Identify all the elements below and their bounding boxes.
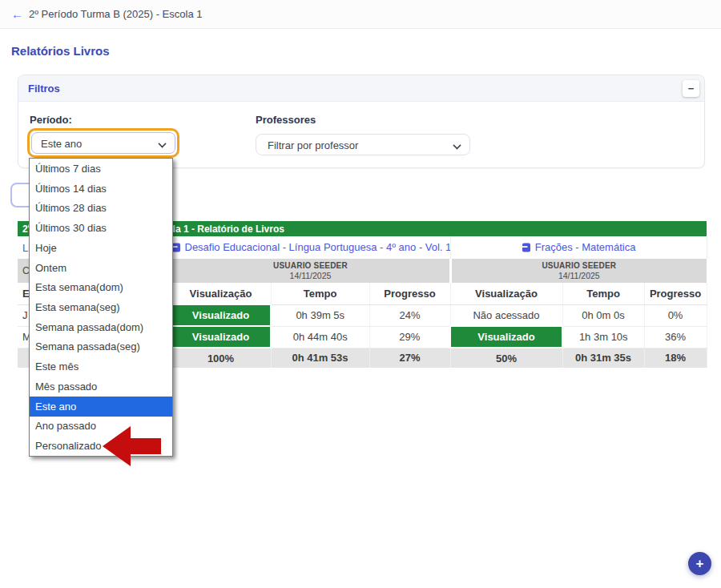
book-2-link[interactable]: Frações - Matemática: [535, 241, 636, 253]
dropdown-option[interactable]: Mês passado: [30, 377, 172, 397]
status-badge: Visualizado: [450, 326, 562, 348]
book-1-link[interactable]: Desafio Educacional - Língua Portuguesa …: [185, 241, 451, 253]
summary-progress: 27%: [369, 348, 450, 368]
dropdown-option[interactable]: Esta semana(dom): [30, 277, 172, 297]
dropdown-option[interactable]: Esta semana(seg): [30, 297, 172, 317]
filters-panel-header: Filtros −: [18, 75, 704, 102]
dropdown-option[interactable]: Ontem: [30, 258, 172, 278]
uploader-date: 14/11/2025: [172, 271, 449, 280]
uploader-name: USUARIO SEEDER: [172, 261, 449, 270]
period-select[interactable]: Este ano: [31, 132, 175, 154]
professor-select-placeholder: Filtrar por professor: [268, 139, 358, 151]
summary-time: 0h 31m 35s: [562, 348, 644, 368]
uploader-date: 14/11/2025: [452, 271, 707, 280]
progress-cell: 29%: [369, 326, 450, 348]
chevron-down-icon: [159, 140, 165, 147]
col-header-progresso: Progresso: [644, 283, 707, 304]
book-2-uploader: USUARIO SEEDER 14/11/2025: [450, 259, 707, 283]
time-cell: 0h 39m 5s: [271, 304, 369, 326]
book-1-cell: Desafio Educacional - Língua Portuguesa …: [171, 236, 450, 259]
col-header-tempo: Tempo: [562, 283, 644, 304]
summary-time: 0h 41m 53s: [271, 348, 369, 368]
filters-title: Filtros: [28, 83, 60, 95]
time-cell: 0h 44m 40s: [271, 326, 369, 348]
status-cell: Não acessado: [450, 304, 562, 326]
status-badge: Visualizado: [171, 326, 271, 348]
dropdown-option[interactable]: Semana passada(dom): [30, 317, 172, 337]
filters-panel: Filtros − Período: Professores Este ano …: [18, 75, 705, 168]
col-header-progresso: Progresso: [369, 283, 450, 304]
dropdown-option[interactable]: Hoje: [30, 238, 172, 258]
dropdown-option[interactable]: Últimos 7 dias: [30, 159, 172, 179]
chevron-down-icon: [453, 142, 460, 148]
book-2-cell: Frações - Matemática: [450, 236, 707, 259]
dropdown-option[interactable]: Semana passada(seg): [30, 337, 172, 357]
book-1-uploader: USUARIO SEEDER 14/11/2025: [171, 259, 450, 283]
col-header-visualizacao: Visualização: [171, 283, 271, 304]
top-bar: ← 2º Período Turma B (2025) - Escola 1: [0, 0, 721, 29]
book-icon: [522, 243, 531, 255]
page-title: Relatórios Livros: [11, 44, 110, 58]
col-header-tempo: Tempo: [271, 283, 369, 304]
period-dropdown-list: Últimos 7 dias Últimos 14 dias Últimos 2…: [29, 158, 173, 457]
dropdown-option[interactable]: Últimos 30 dias: [30, 218, 172, 238]
progress-cell: 36%: [644, 326, 707, 348]
summary-progress: 18%: [644, 348, 707, 368]
progress-cell: 24%: [369, 304, 450, 326]
summary-rate: 50%: [450, 348, 562, 368]
time-cell: 1h 3m 10s: [562, 326, 644, 348]
breadcrumb-title: 2º Período Turma B (2025) - Escola 1: [29, 8, 202, 20]
col-header-visualizacao: Visualização: [450, 283, 562, 304]
period-select-value: Este ano: [41, 138, 82, 150]
period-label: Período:: [30, 114, 72, 126]
dropdown-option[interactable]: Últimos 28 dias: [30, 198, 172, 218]
dropdown-option-selected[interactable]: Este ano: [30, 397, 172, 417]
red-arrow-annotation: [102, 425, 163, 471]
professor-select[interactable]: Filtrar por professor: [256, 134, 470, 155]
summary-rate: 100%: [171, 348, 271, 368]
screen: ← 2º Período Turma B (2025) - Escola 1 R…: [0, 0, 721, 588]
dropdown-option[interactable]: Últimos 14 dias: [30, 179, 172, 199]
dropdown-option[interactable]: Este mês: [30, 356, 172, 377]
back-arrow-icon[interactable]: ←: [11, 7, 23, 21]
add-button[interactable]: +: [688, 552, 711, 575]
status-badge: Visualizado: [171, 304, 271, 326]
progress-cell: 0%: [644, 304, 707, 326]
uploader-name: USUARIO SEEDER: [452, 261, 707, 270]
collapse-filters-button[interactable]: −: [683, 80, 699, 97]
professor-label: Professores: [256, 114, 316, 126]
time-cell: 0h 0m 0s: [562, 304, 644, 326]
period-select-focus-ring: Este ano: [27, 128, 179, 158]
